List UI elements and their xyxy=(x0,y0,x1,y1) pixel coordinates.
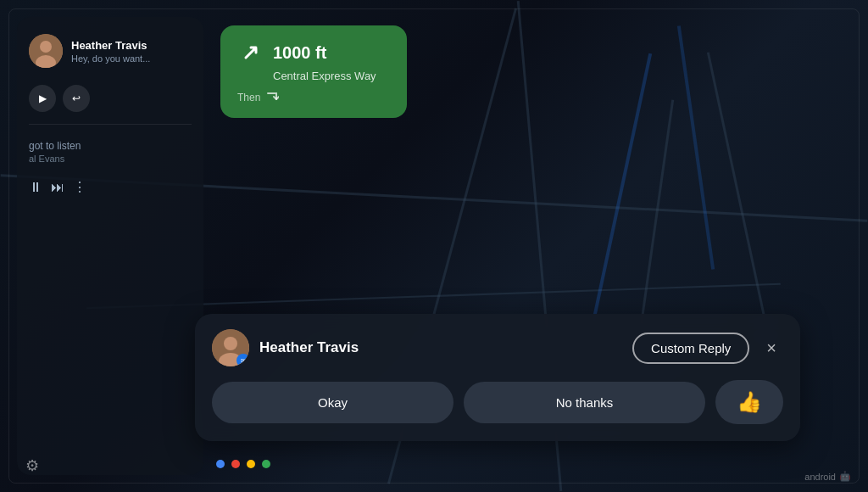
left-panel: Heather Travis Hey, do you want... ▶ ↩ g… xyxy=(17,17,203,475)
android-robot-icon: 🤖 xyxy=(839,471,851,482)
message-badge: ✉ xyxy=(236,354,249,366)
sender-name: Heather Travis xyxy=(259,339,359,356)
pause-button[interactable]: ⏸ xyxy=(29,180,42,195)
dot-yellow xyxy=(247,460,255,468)
play-button[interactable]: ▶ xyxy=(29,85,56,112)
divider xyxy=(29,124,192,125)
thumbs-up-button[interactable]: 👍 xyxy=(715,380,783,424)
contact-info: Heather Travis Hey, do you want... xyxy=(71,39,192,64)
song-info: got to listen al Evans xyxy=(29,140,192,164)
close-button[interactable]: × xyxy=(760,335,783,361)
nav-street: Central Express Way xyxy=(273,70,390,82)
contact-name: Heather Travis xyxy=(71,39,192,52)
svg-point-1 xyxy=(40,41,52,53)
sender-avatar: ✉ xyxy=(212,329,249,366)
song-artist: al Evans xyxy=(29,154,192,164)
no-thanks-button[interactable]: No thanks xyxy=(464,382,705,423)
android-label: android xyxy=(804,472,836,482)
player-controls: ⏸ ⏭ ⋮ xyxy=(29,179,192,195)
navigation-card: 1000 ft Central Express Way Then xyxy=(220,25,407,118)
contact-message: Hey, do you want... xyxy=(71,53,192,64)
contact-avatar xyxy=(29,34,63,68)
okay-button[interactable]: Okay xyxy=(212,382,453,423)
contact-row: Heather Travis Hey, do you want... xyxy=(29,29,192,73)
android-logo: android 🤖 xyxy=(804,471,851,482)
svg-point-4 xyxy=(224,337,237,350)
notification-header: ✉ Heather Travis Custom Reply × xyxy=(212,329,783,366)
nav-then: Then xyxy=(237,91,390,104)
media-controls: ▶ ↩ xyxy=(29,85,192,112)
reply-button[interactable]: ↩ xyxy=(63,85,90,112)
custom-reply-button[interactable]: Custom Reply xyxy=(632,333,749,364)
notification-sender: ✉ Heather Travis xyxy=(212,329,359,366)
google-dots xyxy=(216,460,270,468)
dot-blue xyxy=(216,460,225,468)
settings-icon[interactable]: ⚙ xyxy=(25,456,39,475)
notification-card: ✉ Heather Travis Custom Reply × Okay No … xyxy=(195,314,800,441)
dot-red xyxy=(231,460,240,468)
dot-green xyxy=(262,460,270,468)
turn-arrow-icon xyxy=(237,39,264,66)
menu-button[interactable]: ⋮ xyxy=(73,179,86,195)
screen-container: Heather Travis Hey, do you want... ▶ ↩ g… xyxy=(0,0,868,492)
song-title: got to listen xyxy=(29,140,192,152)
skip-button[interactable]: ⏭ xyxy=(51,180,64,195)
reply-buttons-row: Okay No thanks 👍 xyxy=(212,380,783,424)
notification-actions: Custom Reply × xyxy=(632,333,783,364)
nav-distance: 1000 ft xyxy=(237,39,390,66)
